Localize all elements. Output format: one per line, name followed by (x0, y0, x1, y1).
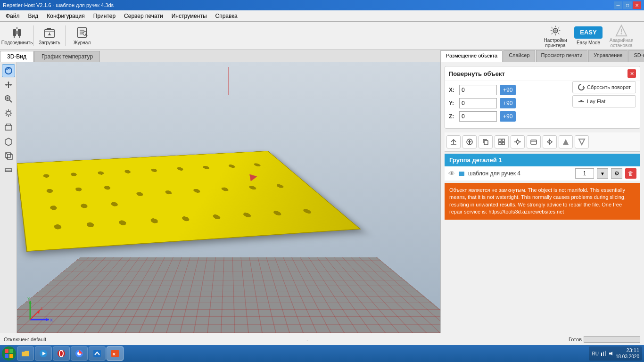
object-delete-button[interactable]: 🗑 (625, 168, 636, 179)
menu-view[interactable]: Вид (25, 12, 42, 20)
close-btn[interactable]: ✕ (633, 1, 641, 9)
load-label: Загрузить (39, 40, 60, 45)
media-icon (39, 349, 48, 358)
rotate-actions: Сбросить поворот Lay Flat (569, 81, 640, 128)
z-input[interactable] (459, 111, 497, 122)
svg-point-62 (516, 140, 519, 143)
menu-help[interactable]: Справка (212, 12, 241, 20)
svg-rect-51 (578, 101, 584, 102)
connect-button[interactable]: Подсоединить (4, 24, 30, 48)
light-tool[interactable] (2, 107, 15, 120)
x-label: X: (449, 87, 456, 93)
menu-bar: Файл Вид Конфигурация Принтер Сервер печ… (0, 10, 644, 22)
repetier-icon: R (110, 349, 120, 358)
status-bar: Отключен: default - Готов (0, 333, 644, 345)
menu-file[interactable]: Файл (2, 12, 24, 20)
object-count-dropdown[interactable]: ▼ (597, 168, 608, 179)
printer-settings-button[interactable]: Настройки принтера (540, 24, 570, 48)
menu-printer[interactable]: Принтер (90, 12, 119, 20)
svg-marker-71 (579, 139, 585, 145)
load-button[interactable]: Загрузить (36, 24, 63, 48)
y-plus-button[interactable]: +90 (500, 98, 516, 108)
windows-logo-icon (4, 349, 14, 358)
lay-flat-button[interactable]: Lay Flat (572, 95, 636, 107)
y-input[interactable] (459, 98, 497, 108)
rotate-y-row: Y: +90 (449, 98, 565, 108)
menu-tools[interactable]: Инструменты (168, 12, 211, 20)
reset-rotation-icon (578, 83, 585, 91)
easy-mode-button[interactable]: EASY (574, 26, 603, 39)
object-count-input[interactable] (575, 168, 594, 179)
taskbar-media-button[interactable] (35, 346, 52, 361)
copy-object-btn[interactable] (479, 135, 493, 148)
svg-marker-24 (10, 84, 12, 86)
reset-rotation-button[interactable]: Сбросить поворот (572, 81, 636, 93)
svg-rect-75 (5, 354, 8, 358)
lay-flat-label: Lay Flat (587, 99, 605, 104)
taskbar-opera-button[interactable] (53, 346, 70, 361)
connect-icon (10, 26, 24, 39)
left-toolbar (0, 62, 17, 333)
svg-rect-88 (605, 351, 606, 356)
flat-view-tool[interactable] (2, 163, 15, 176)
title-bar-controls[interactable]: ─ □ ✕ (614, 1, 641, 9)
emergency-stop-button[interactable]: Аварийная остановка (606, 24, 636, 48)
zoom-tool[interactable] (2, 92, 15, 106)
group-title: Группа деталей 1 (449, 156, 502, 164)
menu-config[interactable]: Конфигурация (43, 12, 89, 20)
network-icon (601, 351, 606, 356)
minimize-btn[interactable]: ─ (614, 1, 622, 9)
svg-rect-73 (5, 349, 8, 353)
x-input[interactable] (459, 85, 497, 95)
tab-temperature[interactable]: График температур (34, 51, 100, 62)
start-button[interactable] (2, 346, 16, 361)
svg-rect-72 (459, 172, 464, 176)
cube-view-tool[interactable] (2, 149, 15, 162)
svg-rect-2 (16, 31, 18, 34)
center-btn[interactable] (511, 135, 525, 148)
svg-rect-59 (502, 139, 504, 141)
z-plus-button[interactable]: +90 (500, 111, 516, 122)
emergency-label: Аварийная остановка (606, 38, 636, 48)
tab-3d-view[interactable]: 3D-Вид (0, 51, 33, 62)
arrange-btn[interactable] (495, 135, 509, 148)
visibility-icon[interactable]: 👁 (448, 170, 455, 177)
taskbar-app-button[interactable] (89, 346, 106, 361)
perspective-tool[interactable] (2, 121, 15, 134)
taskbar-explorer-button[interactable] (17, 346, 34, 361)
taskbar-repetier-button[interactable]: R (107, 346, 124, 361)
journal-button[interactable]: Журнал (69, 24, 95, 48)
export-tool-btn[interactable] (446, 135, 461, 148)
rotate-z-row: Z: +90 (449, 111, 565, 122)
load-icon (43, 26, 56, 39)
x-plus-button[interactable]: +90 (500, 85, 516, 95)
tab-sd-card[interactable]: SD-карта (628, 50, 644, 62)
tab-place-object[interactable]: Размещение объекта (441, 50, 503, 62)
triangle-1-btn[interactable] (559, 135, 573, 148)
tab-control[interactable]: Управление (588, 50, 627, 62)
rotate-close-button[interactable]: ✕ (627, 69, 636, 78)
svg-rect-74 (9, 349, 13, 353)
taskbar-chrome-button[interactable] (71, 346, 88, 361)
add-object-btn[interactable] (462, 135, 477, 148)
object-settings-button[interactable]: ⚙ (611, 168, 622, 179)
easy-badge: EASY (580, 29, 596, 36)
3d-viewport[interactable]: ▶ X Y Z (17, 62, 440, 333)
warning-box: Объект является не замкнутым. The object… (445, 183, 640, 220)
rotate-view-tool[interactable] (2, 64, 15, 77)
tab-print-preview[interactable]: Просмотр печати (536, 50, 588, 62)
emergency-stop-icon (614, 24, 629, 38)
svg-rect-8 (78, 28, 86, 37)
maximize-btn[interactable]: □ (623, 1, 632, 9)
date-display: 18.03.2020 (616, 354, 639, 360)
status-center: - (306, 337, 308, 342)
fit-bed-btn[interactable] (527, 135, 541, 148)
object-view-tool[interactable] (2, 135, 15, 148)
triangle-2-btn[interactable] (575, 135, 589, 148)
menu-print-server[interactable]: Сервер печати (120, 12, 167, 20)
mirror-btn[interactable] (543, 135, 557, 148)
move-view-tool[interactable] (2, 78, 15, 91)
tab-slicer[interactable]: Слайсер (504, 50, 535, 62)
right-panel-tabs: Размещение объекта Слайсер Просмотр печа… (441, 50, 644, 62)
3d-scene: ▶ X Y Z (17, 62, 440, 333)
